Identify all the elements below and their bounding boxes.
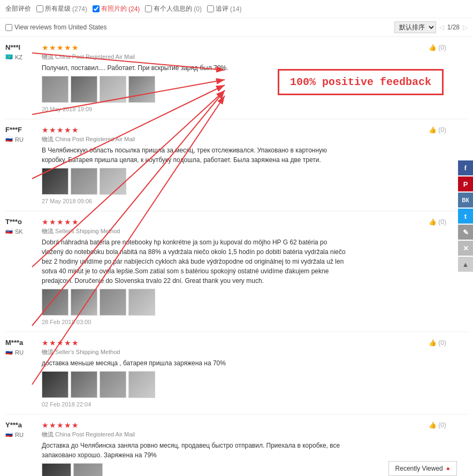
close-icon: ✕ [463, 244, 469, 252]
reviewer-country: 🇷🇺 RU [5, 349, 37, 356]
review-image[interactable] [128, 76, 155, 103]
shipping-info: 物流 Seller's Shipping Method [42, 227, 468, 235]
review-image[interactable] [100, 371, 126, 398]
filter-followup[interactable]: 追评 (14) [207, 4, 241, 13]
stars: ★★★★★ [42, 421, 79, 429]
review-image[interactable] [42, 463, 71, 476]
facebook-button[interactable]: f [458, 160, 473, 175]
recently-viewed-bar[interactable]: Recently Viewed ● [388, 461, 457, 476]
positive-feedback-box: 100% positive feedback [278, 69, 444, 95]
review-image[interactable] [71, 289, 97, 316]
sort-bar: View reviews from United States 默认排序 ◁ 1… [0, 18, 473, 37]
review-image[interactable] [73, 463, 103, 476]
review-image[interactable] [100, 289, 126, 316]
review-item: M***a 🇷🇺 RU ★★★★★ 👍 (0) 物流 Seller's Ship… [5, 332, 468, 414]
twitter-icon: t [464, 212, 467, 220]
view-us-control[interactable]: View reviews from United States [5, 24, 107, 31]
review-image[interactable] [128, 371, 155, 398]
with-photo-checkbox[interactable] [93, 5, 100, 12]
helpful-count[interactable]: 👍 (0) [429, 44, 446, 51]
vk-button[interactable]: ВК [458, 193, 473, 208]
edit-button[interactable]: ✎ [458, 225, 473, 240]
shipping-info: 物流 China Post Registered Air Mail [42, 53, 468, 61]
review-date: 02 Feb 2018 22:04 [42, 401, 468, 408]
stars: ★★★★★ [42, 339, 79, 347]
review-image[interactable] [100, 76, 126, 103]
shipping-info: 物流 Seller's Shipping Method [42, 348, 468, 356]
edit-icon: ✎ [463, 228, 469, 236]
reviewer-country: 🇷🇺 RU [5, 431, 37, 438]
review-text: доставка меньше месяца , батарея пришла … [42, 358, 347, 368]
reviewer-name: N***l [5, 43, 37, 51]
review-date: 20 May 2018 19:09 [42, 106, 468, 112]
flag-icon: 🇸🇰 [5, 228, 13, 235]
review-image[interactable] [128, 289, 155, 316]
filter-stars[interactable]: 所有星级 (274) [36, 4, 87, 13]
helpful-count[interactable]: 👍 (0) [429, 339, 446, 347]
twitter-button[interactable]: t [458, 209, 473, 224]
vk-icon: ВК [462, 197, 469, 203]
chevron-up-icon: ▲ [462, 260, 469, 268]
review-image[interactable] [71, 168, 97, 195]
reviewer-info: Y***a 🇷🇺 RU [5, 421, 37, 476]
stars-checkbox[interactable] [36, 5, 43, 12]
reviewer-info: M***a 🇷🇺 RU [5, 339, 37, 408]
review-date: 28 Feb 2018 03:00 [42, 319, 468, 325]
reviewer-country: 🇰🇿 KZ [5, 53, 37, 60]
sort-right: 默认排序 ◁ 1/28 ▷ [394, 21, 468, 33]
filter-with-photo[interactable]: 有照片的 (24) [93, 4, 140, 13]
reviewer-name: F***F [5, 126, 37, 134]
review-image[interactable] [71, 76, 97, 103]
reviewer-name: Y***a [5, 421, 37, 429]
review-main: ★★★★★ 👍 (0) 物流 Seller's Shipping Method … [42, 218, 468, 325]
review-image[interactable] [42, 289, 68, 316]
filter-all[interactable]: 全部评价 [5, 4, 31, 13]
flag-icon: 🇷🇺 [5, 136, 13, 143]
shipping-info: 物流 China Post Registered Air Mail [42, 431, 468, 439]
recently-viewed-icon: ● [446, 465, 450, 472]
social-sidebar: f P ВК t ✎ ✕ ▲ [458, 160, 473, 272]
review-image[interactable] [42, 76, 68, 103]
reviewer-name: M***a [5, 339, 37, 347]
stars: ★★★★★ [42, 43, 79, 52]
review-image[interactable] [100, 168, 126, 195]
pinterest-icon: P [463, 180, 468, 188]
review-text: Доставка до Челябинска заняла ровно меся… [42, 441, 347, 460]
review-image[interactable] [42, 371, 68, 398]
reviews-container: 100% positive feedback N***l 🇰🇿 KZ ★★★★★… [0, 37, 473, 476]
review-main: ★★★★★ 👍 (0) 物流 China Post Registered Air… [42, 126, 468, 204]
stars: ★★★★★ [42, 218, 79, 226]
flag-icon: 🇷🇺 [5, 349, 13, 356]
review-images[interactable] [42, 289, 468, 316]
reviewer-name: T***o [5, 218, 37, 226]
stars: ★★★★★ [42, 126, 79, 134]
sort-select[interactable]: 默认排序 [394, 21, 436, 33]
shipping-info: 物流 China Post Registered Air Mail [42, 135, 468, 143]
review-image[interactable] [71, 371, 97, 398]
filter-personal-info[interactable]: 有个人信息的 (0) [145, 4, 202, 13]
scroll-up-button[interactable]: ▲ [458, 257, 473, 272]
helpful-count[interactable]: 👍 (0) [429, 218, 446, 226]
review-images[interactable] [42, 371, 468, 398]
review-text: Dobrá náhradná batéria pre notebooky hp … [42, 237, 347, 286]
personal-info-checkbox[interactable] [145, 5, 152, 12]
reviewer-info: N***l 🇰🇿 KZ [5, 43, 37, 112]
review-text: В Челябинскую область посылка пришла за … [42, 145, 347, 165]
reviewer-country: 🇸🇰 SK [5, 228, 37, 235]
review-images[interactable] [42, 168, 468, 195]
flag-icon: 🇷🇺 [5, 431, 13, 438]
helpful-count[interactable]: 👍 (0) [429, 421, 446, 429]
reviewer-info: T***o 🇸🇰 SK [5, 218, 37, 325]
helpful-count[interactable]: 👍 (0) [429, 126, 446, 134]
pinterest-button[interactable]: P [458, 176, 473, 191]
review-image[interactable] [42, 168, 68, 195]
close-button[interactable]: ✕ [458, 241, 473, 256]
followup-checkbox[interactable] [207, 5, 214, 12]
reviewer-country: 🇷🇺 RU [5, 136, 37, 143]
recently-viewed-label: Recently Viewed [395, 465, 443, 472]
top-filters: 全部评价 所有星级 (274) 有照片的 (24) 有个人信息的 (0) 追评 … [0, 0, 473, 18]
reviewer-info: F***F 🇷🇺 RU [5, 126, 37, 204]
facebook-icon: f [464, 164, 467, 172]
view-us-checkbox[interactable] [5, 24, 12, 31]
review-item: F***F 🇷🇺 RU ★★★★★ 👍 (0) 物流 China Post Re… [5, 119, 468, 211]
